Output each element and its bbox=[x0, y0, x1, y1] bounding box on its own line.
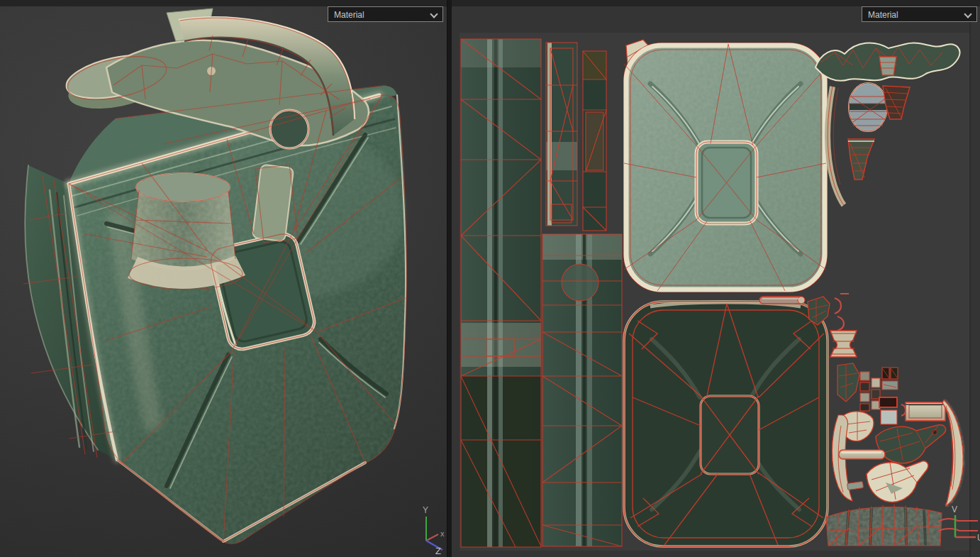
axis-y-label: Y bbox=[423, 505, 428, 515]
3d-scene-canvas[interactable]: Y x Z bbox=[0, 0, 447, 557]
uv-island-hinge-rod[interactable] bbox=[759, 297, 805, 304]
panel-top-strip bbox=[452, 0, 980, 6]
axis-u-label: U bbox=[977, 533, 980, 543]
chevron-down-icon bbox=[431, 11, 437, 17]
uv-island-face-front[interactable] bbox=[624, 43, 827, 292]
viewport-3d[interactable]: Y x Z Material bbox=[0, 0, 447, 557]
material-mode-dropdown[interactable]: Material bbox=[862, 6, 977, 22]
axis-x-label: x bbox=[440, 529, 445, 538]
uv-island-side-strip[interactable] bbox=[461, 39, 541, 547]
3d-application-window: { "panels": { "left": { "label": "3d-mod… bbox=[0, 0, 980, 557]
panel-top-strip bbox=[0, 0, 447, 6]
uv-island-bottom-strip[interactable] bbox=[542, 234, 622, 546]
axis-v-label: V bbox=[952, 504, 957, 514]
axis-gizmo-3d[interactable]: Y x Z bbox=[423, 505, 445, 556]
dropdown-value: Material bbox=[334, 10, 364, 20]
uv-island-weld-strip-1[interactable] bbox=[546, 43, 577, 226]
chevron-down-icon bbox=[965, 11, 971, 17]
uv-island-face-back[interactable] bbox=[624, 302, 828, 546]
material-mode-dropdown[interactable]: Material bbox=[328, 6, 443, 22]
jerry-can-model[interactable] bbox=[23, 9, 406, 544]
uv-island-cap-top[interactable] bbox=[849, 83, 887, 131]
viewport-uv-editor[interactable]: V U Material bbox=[452, 0, 980, 557]
uv-island-pin-rod[interactable] bbox=[839, 450, 885, 459]
uv-canvas[interactable]: V U bbox=[452, 0, 980, 557]
uv-island-weld-strip-2[interactable] bbox=[583, 51, 606, 231]
uv-island-handle-cap[interactable] bbox=[879, 57, 896, 75]
axis-z-label: Z bbox=[435, 546, 441, 556]
dropdown-value: Material bbox=[868, 10, 898, 20]
